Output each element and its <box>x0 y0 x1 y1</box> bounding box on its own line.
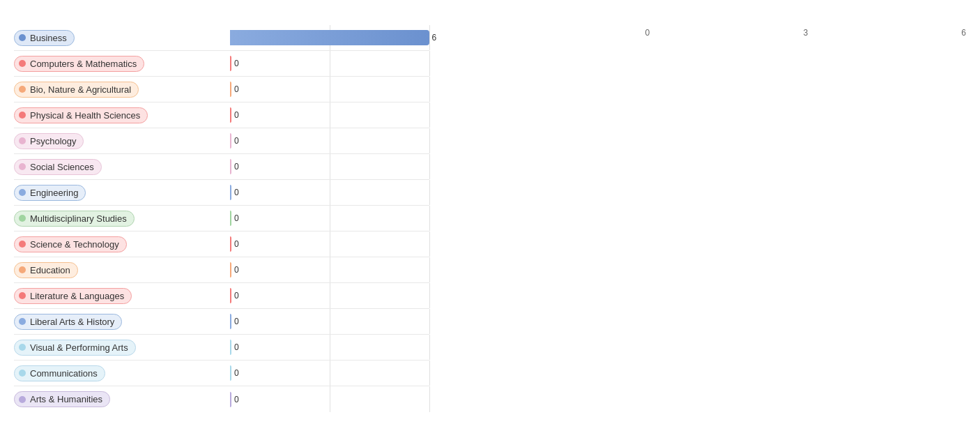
bar-value-7: 0 <box>234 213 244 223</box>
bar-container-6: 0 <box>230 180 429 205</box>
table-row: Science & Technology0 <box>14 232 429 257</box>
bar-10: 0 <box>230 288 231 303</box>
category-dot-6 <box>19 189 26 196</box>
bar-value-5: 0 <box>234 162 244 172</box>
row-label-4: Psychology <box>14 133 230 149</box>
category-label: Social Sciences <box>30 162 94 172</box>
bar-value-0: 6 <box>432 33 442 43</box>
bar-value-10: 0 <box>234 291 244 301</box>
bar-1: 0 <box>230 56 231 71</box>
category-label: Business <box>30 33 67 43</box>
category-dot-8 <box>19 241 26 248</box>
bar-11: 0 <box>230 314 231 329</box>
bar-value-3: 0 <box>234 110 244 120</box>
category-label: Multidisciplinary Studies <box>30 213 127 224</box>
bar-value-2: 0 <box>234 84 244 94</box>
bar-6: 0 <box>230 185 231 200</box>
bar-container-11: 0 <box>230 309 429 334</box>
row-label-9: Education <box>14 262 230 278</box>
table-row: Engineering0 <box>14 180 429 206</box>
category-dot-2 <box>19 86 26 93</box>
bar-5: 0 <box>230 159 231 174</box>
category-dot-1 <box>19 60 26 67</box>
category-dot-3 <box>19 112 26 119</box>
x-axis-label: 6 <box>961 28 966 412</box>
row-label-8: Science & Technology <box>14 236 230 252</box>
category-dot-7 <box>19 215 26 222</box>
row-label-1: Computers & Mathematics <box>14 56 230 72</box>
category-label: Communications <box>30 368 98 379</box>
category-dot-12 <box>19 344 26 351</box>
bar-container-0: 6 <box>230 25 429 50</box>
chart-area: Business6Computers & Mathematics0Bio, Na… <box>14 25 966 412</box>
bar-container-13: 0 <box>230 361 429 386</box>
category-label: Bio, Nature & Agricultural <box>30 84 131 95</box>
table-row: Computers & Mathematics0 <box>14 51 429 77</box>
bar-value-13: 0 <box>234 368 244 378</box>
bar-3: 0 <box>230 107 231 123</box>
category-dot-11 <box>19 318 26 325</box>
bar-13: 0 <box>230 365 231 381</box>
bar-value-14: 0 <box>234 395 244 404</box>
category-dot-9 <box>19 266 26 273</box>
row-label-10: Literature & Languages <box>14 288 230 304</box>
bar-container-1: 0 <box>230 51 429 76</box>
bar-container-14: 0 <box>230 386 429 412</box>
table-row: Visual & Performing Arts0 <box>14 335 429 361</box>
bar-value-1: 0 <box>234 59 244 68</box>
category-dot-13 <box>19 370 26 377</box>
chart-container: Business6Computers & Mathematics0Bio, Na… <box>14 14 966 412</box>
category-label: Visual & Performing Arts <box>30 342 128 353</box>
category-label: Science & Technology <box>30 239 119 250</box>
row-label-12: Visual & Performing Arts <box>14 340 230 356</box>
row-label-7: Multidisciplinary Studies <box>14 211 230 227</box>
category-label: Liberal Arts & History <box>30 317 114 327</box>
bar-container-9: 0 <box>230 257 429 282</box>
category-dot-5 <box>19 163 26 170</box>
bar-12: 0 <box>230 340 231 355</box>
bar-14: 0 <box>230 392 231 407</box>
bar-value-8: 0 <box>234 239 244 249</box>
table-row: Multidisciplinary Studies0 <box>14 206 429 232</box>
bar-container-8: 0 <box>230 232 429 257</box>
category-label: Engineering <box>30 188 78 198</box>
bar-container-10: 0 <box>230 283 429 308</box>
table-row: Communications0 <box>14 361 429 386</box>
bar-value-4: 0 <box>234 136 244 146</box>
row-label-5: Social Sciences <box>14 159 230 175</box>
category-dot-10 <box>19 292 26 299</box>
rows-wrapper: Business6Computers & Mathematics0Bio, Na… <box>14 25 429 412</box>
bar-value-9: 0 <box>234 265 244 275</box>
x-axis-label: 0 <box>645 28 650 412</box>
bar-container-2: 0 <box>230 77 429 102</box>
bar-container-4: 0 <box>230 128 429 153</box>
table-row: Liberal Arts & History0 <box>14 309 429 335</box>
table-row: Education0 <box>14 257 429 283</box>
bar-container-7: 0 <box>230 206 429 231</box>
table-row: Business6 <box>14 25 429 51</box>
category-label: Education <box>30 265 70 275</box>
row-label-11: Liberal Arts & History <box>14 314 230 330</box>
row-label-2: Bio, Nature & Agricultural <box>14 82 230 98</box>
bar-container-5: 0 <box>230 154 429 179</box>
category-label: Literature & Languages <box>30 291 124 301</box>
bar-value-11: 0 <box>234 317 244 326</box>
category-label: Physical & Health Sciences <box>30 110 140 121</box>
category-dot-4 <box>19 137 26 144</box>
row-label-6: Engineering <box>14 185 230 201</box>
bar-0: 6 <box>230 30 429 45</box>
row-label-0: Business <box>14 30 230 46</box>
category-dot-14 <box>19 396 26 403</box>
table-row: Social Sciences0 <box>14 154 429 180</box>
bar-container-12: 0 <box>230 335 429 360</box>
bar-9: 0 <box>230 262 231 278</box>
table-row: Psychology0 <box>14 128 429 154</box>
bar-value-6: 0 <box>234 188 244 197</box>
bar-7: 0 <box>230 211 231 226</box>
bar-container-3: 0 <box>230 103 429 128</box>
table-row: Physical & Health Sciences0 <box>14 103 429 128</box>
category-label: Arts & Humanities <box>30 394 102 404</box>
bar-2: 0 <box>230 82 231 97</box>
row-label-3: Physical & Health Sciences <box>14 107 230 123</box>
bar-8: 0 <box>230 236 231 252</box>
